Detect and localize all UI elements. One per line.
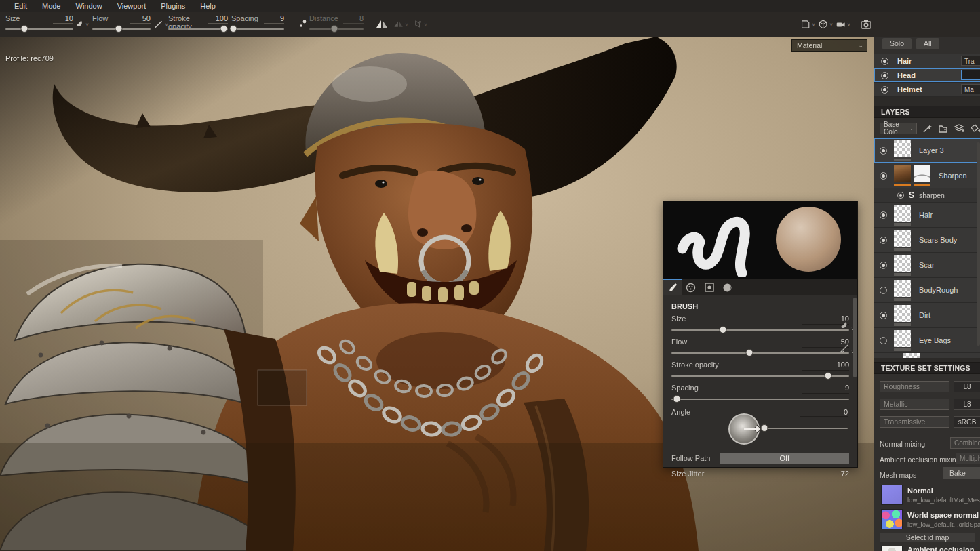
mesh-map-ambient-occlusion[interactable]: Ambient occlusion — [874, 542, 980, 551]
flow-slider[interactable] — [92, 24, 151, 33]
radial-symmetry-icon[interactable]: ˅ — [393, 17, 408, 32]
tab-material[interactable] — [718, 279, 737, 295]
screenshot-camera-icon[interactable] — [859, 17, 874, 32]
brush-size-slider[interactable] — [671, 325, 849, 334]
layer-row[interactable]: Dirt — [874, 303, 980, 328]
layer-thumbnail[interactable] — [894, 140, 911, 157]
perspective-cube-icon[interactable]: ˅ — [818, 17, 833, 32]
brush-flow-slider[interactable] — [671, 348, 849, 357]
stroke-style-icon[interactable]: ˅ — [153, 17, 168, 32]
normal-mixing-dropdown[interactable]: Combine — [950, 437, 980, 449]
normal-map-thumbnail[interactable] — [881, 485, 903, 505]
texture-set-row-helmet[interactable]: Helmet Ma — [874, 83, 980, 97]
bake-mesh-maps-button[interactable]: Bake — [943, 467, 980, 479]
add-layer-icon[interactable] — [954, 123, 964, 134]
tab-brush[interactable] — [663, 279, 682, 295]
layer-visibility-icon[interactable] — [880, 262, 887, 269]
brush-tip-icon[interactable]: ˅ — [74, 17, 89, 32]
layer-visibility-icon[interactable] — [880, 211, 887, 219]
layer-row[interactable]: Hair — [874, 203, 980, 228]
brush-stroke-opacity-value[interactable]: 100 — [802, 361, 849, 371]
layer-thumbnail[interactable] — [894, 205, 911, 222]
pen-pressure-flow-icon[interactable]: ˅ — [839, 344, 855, 356]
menu-plugins[interactable]: Plugins — [153, 2, 193, 10]
texture-set-shader-badge[interactable]: Ma — [961, 84, 980, 94]
texture-set-shader-badge[interactable] — [961, 70, 980, 80]
layer-row[interactable]: Sharpen — [874, 163, 980, 188]
effect-visibility-icon[interactable] — [897, 192, 904, 199]
layer-visibility-icon[interactable] — [880, 337, 887, 344]
channel-name-field[interactable]: Metallic — [880, 399, 949, 410]
add-folder-icon[interactable] — [938, 123, 948, 134]
layer-mask-thumbnail[interactable] — [914, 165, 930, 182]
channel-dropdown[interactable]: Base Colo⌄ — [880, 123, 917, 134]
symmetry-icon[interactable] — [374, 17, 389, 32]
brush-stroke-opacity-slider[interactable] — [671, 371, 849, 380]
size-jitter-value[interactable]: 72 — [841, 470, 849, 478]
flow-value[interactable]: 50 — [130, 14, 151, 24]
layer-visibility-icon[interactable] — [880, 147, 887, 155]
menu-help[interactable]: Help — [193, 2, 223, 10]
channel-name-field[interactable]: Roughness — [880, 381, 949, 392]
channel-format-dropdown[interactable]: L8 — [954, 381, 980, 392]
spacing-slider[interactable] — [231, 24, 284, 33]
brush-spacing-slider[interactable] — [671, 394, 849, 403]
texture-set-shader-badge[interactable]: Tra — [961, 56, 980, 66]
channel-format-dropdown[interactable]: L8 — [954, 399, 980, 410]
menu-mode[interactable]: Mode — [35, 2, 68, 10]
channel-format-dropdown[interactable]: sRGB — [954, 416, 980, 428]
menu-edit[interactable]: Edit — [7, 2, 35, 10]
texture-set-visibility-icon[interactable] — [881, 72, 888, 79]
texture-set-visibility-icon[interactable] — [881, 86, 888, 94]
add-fill-layer-icon[interactable] — [970, 123, 980, 134]
menu-viewport[interactable]: Viewport — [110, 2, 154, 10]
layer-thumbnail[interactable] — [894, 305, 911, 322]
texture-set-row-hair[interactable]: Hair Tra — [874, 54, 980, 68]
menu-window[interactable]: Window — [68, 2, 110, 10]
add-effect-icon[interactable] — [922, 123, 933, 134]
layer-effect-row[interactable]: S sharpen — [874, 188, 980, 203]
tab-stencil[interactable] — [700, 279, 718, 295]
layer-thumbnail[interactable] — [894, 230, 911, 247]
scatter-icon[interactable] — [296, 17, 311, 32]
layer-row[interactable]: Scar — [874, 253, 980, 278]
snap-icon[interactable]: ˅ — [412, 17, 427, 32]
brush-panel-scrollbar[interactable] — [853, 298, 857, 377]
camera-view-icon[interactable]: ˅ — [836, 17, 850, 32]
select-id-map-button[interactable]: Select id map — [880, 533, 975, 542]
ao-mixing-dropdown[interactable]: Multiply — [956, 453, 980, 464]
solo-button[interactable]: Solo — [882, 38, 912, 49]
ao-map-thumbnail[interactable] — [881, 546, 903, 551]
layer-thumbnail[interactable] — [894, 165, 911, 182]
size-value[interactable]: 10 — [53, 14, 73, 24]
channel-name-field[interactable]: Transmissive — [880, 416, 949, 428]
brush-angle-slider[interactable] — [761, 424, 848, 432]
mesh-map-world-space-normal[interactable]: World space normal low_low_default...orl… — [874, 507, 980, 531]
layer-visibility-icon[interactable] — [880, 237, 887, 244]
tab-alpha[interactable] — [682, 279, 700, 295]
spacing-value[interactable]: 9 — [264, 14, 284, 24]
layer-thumbnail[interactable] — [894, 330, 911, 347]
layer-thumbnail[interactable] — [894, 255, 911, 272]
brush-angle-dial[interactable] — [728, 413, 760, 445]
stroke-opacity-slider[interactable] — [168, 24, 228, 33]
layer-thumbnail[interactable] — [894, 280, 911, 297]
mesh-map-normal[interactable]: Normal low_low_defaultMat_MeshNo — [874, 483, 980, 507]
world-space-normal-thumbnail[interactable] — [881, 509, 903, 529]
layer-row[interactable]: Eye Bags — [874, 328, 980, 353]
size-slider[interactable] — [5, 24, 73, 33]
follow-path-toggle[interactable]: Off — [720, 453, 849, 464]
shader-mode-dropdown[interactable]: Material ⌄ — [791, 39, 867, 52]
layer-visibility-icon[interactable] — [880, 312, 887, 319]
pen-pressure-size-icon[interactable]: ˅ — [839, 321, 855, 333]
layer-row[interactable]: Layer 3 — [874, 138, 980, 163]
layer-row[interactable]: BodyRough — [874, 278, 980, 303]
viewport-mode-icon[interactable]: ˅ — [800, 17, 815, 32]
brush-spacing-value[interactable]: 9 — [802, 384, 849, 394]
brush-angle-value[interactable]: 0 — [800, 408, 848, 417]
layer-row[interactable]: Scars Body — [874, 228, 980, 253]
layer-row-partial[interactable] — [874, 353, 980, 358]
all-button[interactable]: All — [916, 38, 939, 49]
texture-set-row-head[interactable]: Head — [874, 68, 980, 83]
texture-set-visibility-icon[interactable] — [881, 58, 888, 65]
